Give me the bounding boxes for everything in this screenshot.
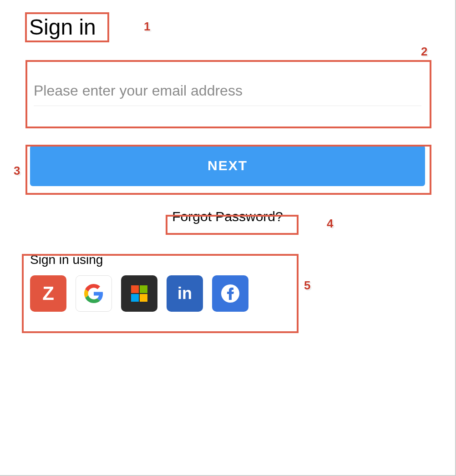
microsoft-icon xyxy=(130,284,148,303)
google-icon xyxy=(84,284,103,303)
page-title: Sign in xyxy=(26,14,429,41)
facebook-signin-button[interactable] xyxy=(212,275,248,312)
next-button[interactable]: NEXT xyxy=(30,145,425,186)
svg-rect-1 xyxy=(140,285,147,293)
zoho-signin-button[interactable]: Z xyxy=(30,275,66,312)
email-field-wrap xyxy=(26,65,429,125)
svg-rect-2 xyxy=(131,294,139,302)
linkedin-signin-button[interactable]: in xyxy=(167,275,203,312)
annotation-4: 4 xyxy=(327,217,333,231)
social-row: Z xyxy=(30,275,300,312)
annotation-5: 5 xyxy=(304,279,310,293)
forgot-password-link[interactable]: Forgot Password? xyxy=(172,209,283,224)
facebook-icon xyxy=(220,284,240,304)
signin-container: 1 2 3 4 5 Sign in NEXT Forgot Password? … xyxy=(0,0,455,339)
google-signin-button[interactable] xyxy=(76,275,112,312)
zoho-icon: Z xyxy=(42,283,54,304)
svg-rect-0 xyxy=(131,285,139,293)
email-input[interactable] xyxy=(34,80,421,106)
svg-rect-3 xyxy=(140,294,147,302)
microsoft-signin-button[interactable] xyxy=(121,275,157,312)
linkedin-icon: in xyxy=(177,284,192,303)
signin-using-heading: Sign in using xyxy=(30,253,300,267)
signin-using-section: Sign in using Z xyxy=(26,248,304,325)
next-button-wrap: NEXT xyxy=(26,142,429,190)
annotation-3: 3 xyxy=(14,164,20,178)
annotation-2: 2 xyxy=(421,45,427,59)
